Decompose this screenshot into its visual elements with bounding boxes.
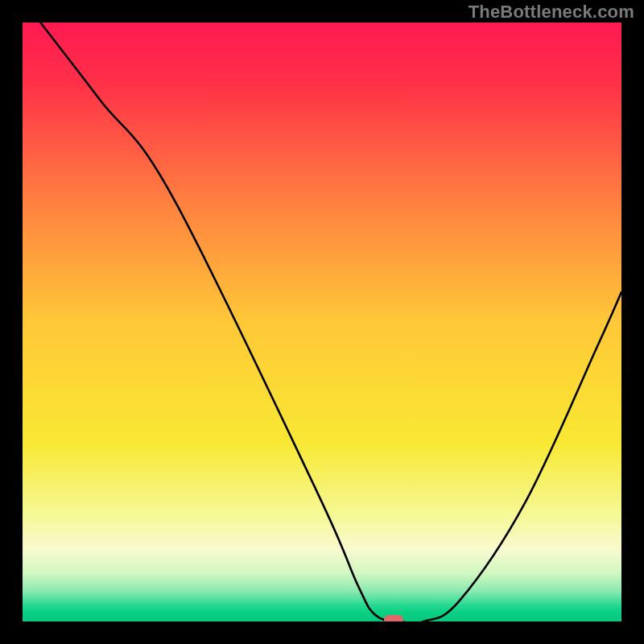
plot-area <box>23 23 621 621</box>
curve-layer <box>23 23 621 621</box>
chart-frame: TheBottleneck.com <box>0 0 644 644</box>
watermark-text: TheBottleneck.com <box>469 2 634 23</box>
optimal-marker <box>384 615 403 621</box>
bottleneck-curve <box>40 23 621 621</box>
